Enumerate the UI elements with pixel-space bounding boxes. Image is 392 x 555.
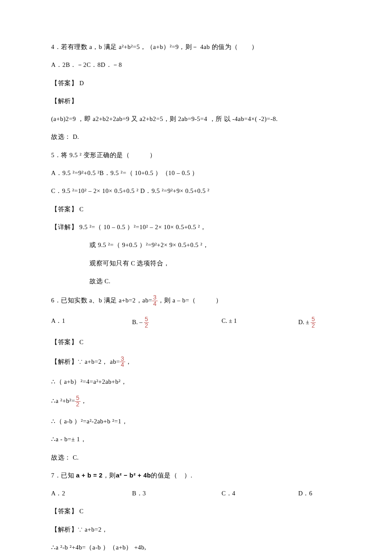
- q7-analysis-1: 【解析】∵ a+b=2，: [51, 525, 345, 534]
- fraction-3-4-icon: 34: [120, 356, 125, 368]
- fraction-5-2-icon: 52: [144, 316, 149, 329]
- q6-stem-post: ，则 a – b=（ ）: [158, 297, 222, 304]
- q6-analysis-4: ∴（ a-b ）²=a²-2ab+b ²=1，: [51, 417, 345, 426]
- q4-analysis-line2: 故选： D.: [51, 132, 345, 141]
- q6-analysis-1: 【解析】∵ a+b=2， ab=34，: [51, 356, 345, 368]
- q7-expr2: a² − b² + 4b: [116, 472, 151, 479]
- q6-option-a: A．1: [51, 316, 132, 329]
- q6-stem: 6．已知实数 a、b 满足 a+b=2，ab=34，则 a – b=（ ）: [51, 295, 345, 307]
- q5-stem: 5．将 9.5 ² 变形正确的是（ ）: [51, 151, 345, 159]
- q5-answer: 【答案】 C: [51, 205, 345, 213]
- q4-analysis-label: 【解析】: [51, 97, 345, 105]
- q4-answer: 【答案】 D: [51, 79, 345, 87]
- q6-option-d: D. ± 52: [298, 316, 316, 329]
- q7-option-d: D．6: [298, 489, 312, 497]
- q5-detail-3: 观察可知只有 C 选项符合，: [51, 259, 345, 267]
- q7-option-a: A．2: [51, 489, 132, 497]
- q6-answer: 【答案】 C: [51, 338, 345, 346]
- q6-analysis-6: 故选： C.: [51, 453, 345, 462]
- q5-detail-2: 或 9.5 ²=（ 9+0.5 ）²=9²+2× 9× 0.5+0.5 ²，: [51, 241, 345, 249]
- q7-option-c: C．4: [222, 489, 298, 497]
- q4-analysis-line1: (a+b)2=9 ，即 a2+b2+2ab=9 又 a2+b2=5，则 2ab=…: [51, 115, 345, 123]
- q6-options: A．1 B. – 52 C. ± 1 D. ± 52: [51, 316, 345, 329]
- fraction-3-4-icon: 34: [152, 295, 157, 307]
- q7-analysis-2: ∴a ²-b ²+4b=（a-b ）（a+b） +4b,: [51, 543, 345, 552]
- q4-stem: 4．若有理数 a，b 满足 a²+b²=5，（a+b）²=9，则－ 4ab 的值…: [51, 43, 345, 51]
- q5-detail-4: 故选 C.: [51, 277, 345, 285]
- q7-expr1: a + b = 2: [76, 472, 103, 479]
- fraction-5-2-icon: 52: [311, 316, 316, 329]
- q6-option-c: C. ± 1: [222, 316, 298, 329]
- q6-analysis-3: ∴a ²+b²=52，: [51, 395, 345, 408]
- q7-option-b: B．3: [132, 489, 222, 497]
- q7-options: A．2 B．3 C．4 D．6: [51, 489, 345, 497]
- q5-options-ab: A．9.5 ²=9²+0.5 ²B．9.5 ²=（ 10+0.5 ）（10 – …: [51, 169, 345, 177]
- fraction-5-2-icon: 52: [75, 395, 80, 408]
- page: 4．若有理数 a，b 满足 a²+b²=5，（a+b）²=9，则－ 4ab 的值…: [0, 0, 392, 555]
- q6-option-b: B. – 52: [132, 316, 222, 329]
- q4-options: A．2B．－2C．8D．－8: [51, 60, 345, 69]
- q7-stem: 7．已知 a + b = 2，则a² − b² + 4b的值是（ ）.: [51, 471, 345, 480]
- q6-stem-pre: 6．已知实数 a、b 满足 a+b=2，ab=: [51, 297, 152, 304]
- q6-analysis-2: ∴（ a+b）²=4=a²+2ab+b²，: [51, 377, 345, 386]
- q5-options-cd: C．9.5 ²=10² – 2× 10× 0.5+0.5 ² D．9.5 ²=9…: [51, 187, 345, 195]
- q6-analysis-5: ∴a - b=± 1，: [51, 435, 345, 443]
- q7-answer: 【答案】 C: [51, 507, 345, 515]
- q5-detail-1: 【详解】 9.5 ²=（ 10 – 0.5 ）²=10² – 2× 10× 0.…: [51, 223, 345, 231]
